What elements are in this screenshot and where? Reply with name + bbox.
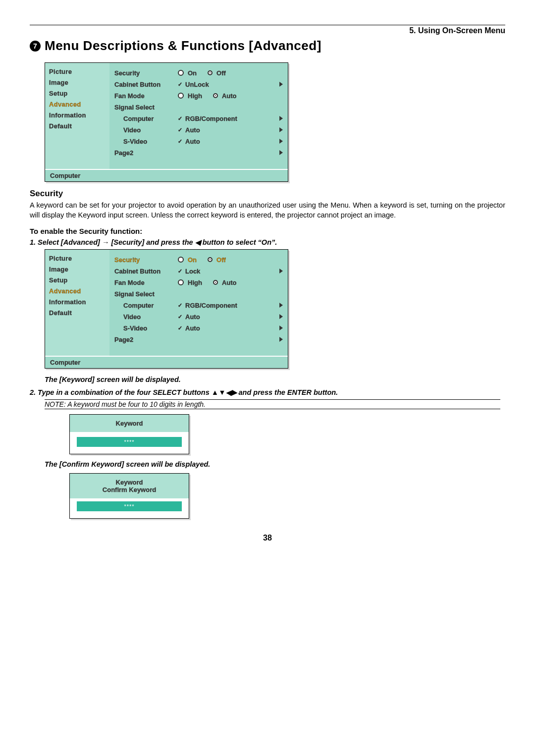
- row-computer: Computer RGB/Component: [114, 113, 283, 123]
- osd-status-bar: Computer: [45, 356, 288, 368]
- sidebar-item: Image: [49, 266, 106, 273]
- sidebar-item-selected: Advanced: [49, 101, 106, 108]
- submenu-arrow-icon: [276, 336, 283, 343]
- sidebar-item: Setup: [49, 90, 106, 97]
- enable-heading: To enable the Security function:: [30, 227, 505, 235]
- row-security: Security On Off: [114, 255, 283, 265]
- security-body-text: A keyword can be set for your projector …: [30, 201, 505, 220]
- submenu-arrow-icon: [276, 115, 283, 122]
- radio-on: On: [178, 256, 197, 264]
- heading-number-badge: 7: [30, 41, 41, 52]
- row-cabinet-button: Cabinet Button UnLock: [114, 79, 283, 89]
- sidebar-item: Picture: [49, 255, 106, 262]
- row-fan-mode: Fan Mode High Auto: [114, 277, 283, 287]
- keyword-value: ****: [77, 437, 182, 447]
- row-security: Security On Off: [114, 68, 283, 78]
- row-fan-mode: Fan Mode High Auto: [114, 91, 283, 101]
- row-signal-select: Signal Select: [114, 289, 283, 299]
- heading-text: Menu Descriptions & Functions [Advanced]: [45, 38, 321, 54]
- security-subheading: Security: [30, 189, 505, 199]
- osd-screenshot-2: Picture Image Setup Advanced Information…: [45, 249, 505, 369]
- sidebar-item: Setup: [49, 276, 106, 284]
- keyword-title: Keyword: [73, 479, 186, 486]
- radio-high: High: [178, 279, 202, 286]
- sidebar-item: Image: [49, 79, 106, 86]
- submenu-arrow-icon: [276, 81, 283, 88]
- keyword-dialog: Keyword ****: [69, 414, 189, 454]
- submenu-arrow-icon: [276, 268, 283, 275]
- step-2: 2. Type in a combination of the four SEL…: [30, 388, 505, 396]
- osd-main-panel: Security On Off Cabinet Button UnLock Fa…: [109, 63, 288, 169]
- row-signal-select: Signal Select: [114, 102, 283, 112]
- row-page2: Page2: [114, 334, 283, 344]
- note-text: NOTE: A keyword must be four to 10 digit…: [45, 399, 500, 409]
- confirm-keyword-title: Confirm Keyword: [73, 486, 186, 493]
- submenu-arrow-icon: [276, 126, 283, 134]
- breadcrumb: 5. Using On-Screen Menu: [30, 26, 505, 35]
- keyword-title: Keyword: [73, 420, 186, 427]
- result-1: The [Keyword] screen will be displayed.: [45, 376, 505, 383]
- section-heading: 7 Menu Descriptions & Functions [Advance…: [30, 38, 505, 54]
- row-video: Video Auto: [114, 312, 283, 322]
- sidebar-item: Picture: [49, 68, 106, 75]
- radio-off: Off: [208, 256, 226, 264]
- row-page2: Page2: [114, 148, 283, 158]
- page-number: 38: [30, 534, 505, 542]
- radio-off: Off: [208, 69, 226, 77]
- sidebar-item: Information: [49, 298, 106, 306]
- sidebar-item: Default: [49, 309, 106, 317]
- osd-status-bar: Computer: [45, 169, 288, 181]
- sidebar-item-selected: Advanced: [49, 287, 106, 295]
- radio-on: On: [178, 69, 197, 77]
- confirm-keyword-dialog: Keyword Confirm Keyword ****: [69, 473, 189, 519]
- row-svideo: S-Video Auto: [114, 323, 283, 333]
- osd-main-panel: Security On Off Cabinet Button Lock Fan …: [109, 250, 288, 356]
- submenu-arrow-icon: [276, 138, 283, 145]
- osd-sidebar: Picture Image Setup Advanced Information…: [45, 250, 109, 356]
- row-svideo: S-Video Auto: [114, 136, 283, 146]
- confirm-keyword-value: ****: [77, 501, 182, 511]
- sidebar-item: Information: [49, 111, 106, 119]
- result-2: The [Confirm Keyword] screen will be dis…: [45, 460, 505, 468]
- radio-auto: Auto: [213, 279, 237, 286]
- row-cabinet-button: Cabinet Button Lock: [114, 266, 283, 276]
- row-video: Video Auto: [114, 125, 283, 135]
- step-1: 1. Select [Advanced] → [Security] and pr…: [30, 238, 505, 246]
- osd-sidebar: Picture Image Setup Advanced Information…: [45, 63, 109, 169]
- submenu-arrow-icon: [276, 149, 283, 157]
- submenu-arrow-icon: [276, 302, 283, 309]
- radio-high: High: [178, 92, 202, 100]
- submenu-arrow-icon: [276, 313, 283, 321]
- osd-screenshot-1: Picture Image Setup Advanced Information…: [45, 62, 505, 182]
- submenu-arrow-icon: [276, 324, 283, 332]
- sidebar-item: Default: [49, 122, 106, 130]
- row-computer: Computer RGB/Component: [114, 300, 283, 310]
- note-block: NOTE: A keyword must be four to 10 digit…: [45, 399, 500, 409]
- radio-auto: Auto: [213, 92, 237, 100]
